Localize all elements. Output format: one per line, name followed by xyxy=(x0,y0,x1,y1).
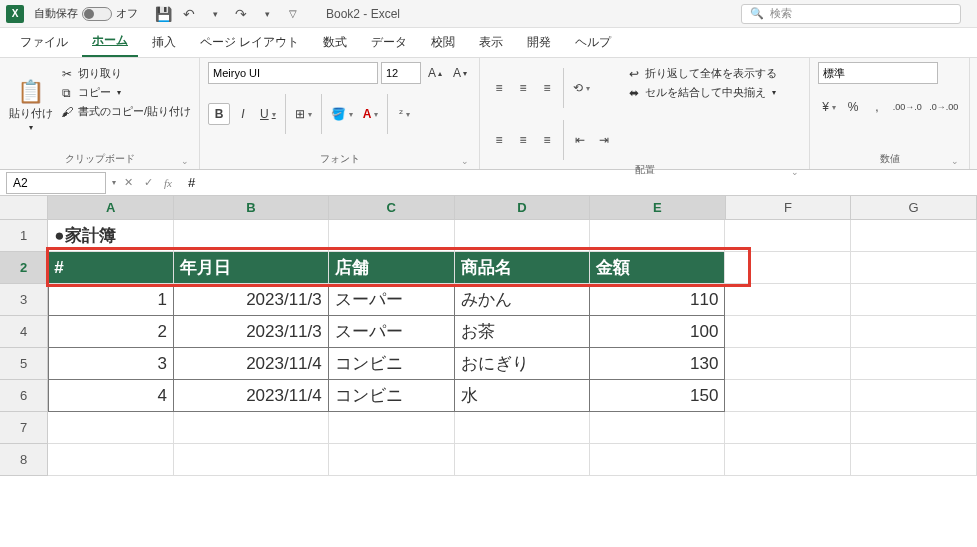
cell-e4[interactable]: 100 xyxy=(590,316,725,348)
cell-c8[interactable] xyxy=(329,444,455,476)
cell-c7[interactable] xyxy=(329,412,455,444)
comma-button[interactable]: , xyxy=(866,96,888,118)
borders-button[interactable]: ⊞▾ xyxy=(291,103,316,125)
col-header-b[interactable]: B xyxy=(174,196,329,220)
bold-button[interactable]: B xyxy=(208,103,230,125)
cell-g8[interactable] xyxy=(851,444,977,476)
align-middle-button[interactable]: ≡ xyxy=(512,77,534,99)
cell-c6[interactable]: コンビニ xyxy=(329,380,455,412)
cell-f4[interactable] xyxy=(725,316,851,348)
align-left-button[interactable]: ≡ xyxy=(488,129,510,151)
select-all-corner[interactable] xyxy=(0,196,48,220)
cell-c2[interactable]: 店舗 xyxy=(329,252,455,284)
increase-decimal-button[interactable]: .00→.0 xyxy=(890,96,925,118)
cell-g7[interactable] xyxy=(851,412,977,444)
cell-b5[interactable]: 2023/11/4 xyxy=(174,348,329,380)
cell-b3[interactable]: 2023/11/3 xyxy=(174,284,329,316)
cell-f8[interactable] xyxy=(725,444,851,476)
cell-c3[interactable]: スーパー xyxy=(329,284,455,316)
decrease-indent-button[interactable]: ⇤ xyxy=(569,129,591,151)
cell-b6[interactable]: 2023/11/4 xyxy=(174,380,329,412)
tab-file[interactable]: ファイル xyxy=(10,28,78,57)
tab-review[interactable]: 校閲 xyxy=(421,28,465,57)
cell-d2[interactable]: 商品名 xyxy=(455,252,590,284)
row-header-4[interactable]: 4 xyxy=(0,316,48,348)
cell-f7[interactable] xyxy=(725,412,851,444)
row-header-2[interactable]: 2 xyxy=(0,252,48,284)
cell-a5[interactable]: 3 xyxy=(48,348,174,380)
percent-button[interactable]: % xyxy=(842,96,864,118)
cell-d1[interactable] xyxy=(455,220,590,252)
font-size-select[interactable] xyxy=(381,62,421,84)
spreadsheet-grid[interactable]: A B C D E F G 1 ●家計簿 2 # 年月日 店舗 商品名 金額 3… xyxy=(0,196,977,476)
cut-button[interactable]: ✂切り取り xyxy=(60,66,191,81)
qat-customize-icon[interactable]: ▽ xyxy=(284,5,302,23)
toggle-off-icon[interactable] xyxy=(82,7,112,21)
font-color-button[interactable]: A▾ xyxy=(359,103,383,125)
redo-icon[interactable]: ↷ xyxy=(232,5,250,23)
cell-a1[interactable]: ●家計簿 xyxy=(48,220,174,252)
align-right-button[interactable]: ≡ xyxy=(536,129,558,151)
cell-e2[interactable]: 金額 xyxy=(590,252,725,284)
cell-f2[interactable] xyxy=(725,252,851,284)
fill-color-button[interactable]: 🪣▾ xyxy=(327,103,357,125)
tab-insert[interactable]: 挿入 xyxy=(142,28,186,57)
cell-g5[interactable] xyxy=(851,348,977,380)
col-header-d[interactable]: D xyxy=(455,196,590,220)
decrease-font-button[interactable]: A▾ xyxy=(449,62,471,84)
row-header-3[interactable]: 3 xyxy=(0,284,48,316)
cell-c5[interactable]: コンビニ xyxy=(329,348,455,380)
col-header-e[interactable]: E xyxy=(590,196,725,220)
decrease-decimal-button[interactable]: .0→.00 xyxy=(927,96,962,118)
cell-g4[interactable] xyxy=(851,316,977,348)
col-header-c[interactable]: C xyxy=(329,196,455,220)
cell-e1[interactable] xyxy=(590,220,725,252)
cell-d6[interactable]: 水 xyxy=(455,380,590,412)
format-painter-button[interactable]: 🖌書式のコピー/貼り付け xyxy=(60,104,191,119)
cell-a7[interactable] xyxy=(48,412,174,444)
number-format-select[interactable] xyxy=(818,62,938,84)
cell-g1[interactable] xyxy=(851,220,977,252)
tab-view[interactable]: 表示 xyxy=(469,28,513,57)
align-center-button[interactable]: ≡ xyxy=(512,129,534,151)
copy-button[interactable]: ⧉コピー▾ xyxy=(60,85,191,100)
name-box[interactable] xyxy=(6,172,106,194)
row-header-7[interactable]: 7 xyxy=(0,412,48,444)
tab-page-layout[interactable]: ページ レイアウト xyxy=(190,28,309,57)
save-icon[interactable]: 💾 xyxy=(154,5,172,23)
cell-b4[interactable]: 2023/11/3 xyxy=(174,316,329,348)
cell-a3[interactable]: 1 xyxy=(48,284,174,316)
cell-e5[interactable]: 130 xyxy=(590,348,725,380)
cell-c4[interactable]: スーパー xyxy=(329,316,455,348)
wrap-text-button[interactable]: ↩折り返して全体を表示する xyxy=(627,66,777,81)
cell-f5[interactable] xyxy=(725,348,851,380)
cell-f1[interactable] xyxy=(725,220,851,252)
cell-a4[interactable]: 2 xyxy=(48,316,174,348)
search-input[interactable]: 🔍 検索 xyxy=(741,4,961,24)
row-header-8[interactable]: 8 xyxy=(0,444,48,476)
italic-button[interactable]: I xyxy=(232,103,254,125)
undo-icon[interactable]: ↶ xyxy=(180,5,198,23)
cell-a6[interactable]: 4 xyxy=(48,380,174,412)
tab-developer[interactable]: 開発 xyxy=(517,28,561,57)
undo-dropdown-icon[interactable]: ▾ xyxy=(206,5,224,23)
cell-f6[interactable] xyxy=(725,380,851,412)
underline-button[interactable]: U▾ xyxy=(256,103,280,125)
cell-d4[interactable]: お茶 xyxy=(455,316,590,348)
row-header-6[interactable]: 6 xyxy=(0,380,48,412)
increase-indent-button[interactable]: ⇥ xyxy=(593,129,615,151)
col-header-g[interactable]: G xyxy=(851,196,977,220)
cell-a8[interactable] xyxy=(48,444,174,476)
cell-g2[interactable] xyxy=(851,252,977,284)
merge-center-button[interactable]: ⬌セルを結合して中央揃え▾ xyxy=(627,85,777,100)
cell-b8[interactable] xyxy=(174,444,329,476)
cell-e8[interactable] xyxy=(590,444,725,476)
cell-d7[interactable] xyxy=(455,412,590,444)
cell-d3[interactable]: みかん xyxy=(455,284,590,316)
paste-button[interactable]: 📋 貼り付け ▾ xyxy=(8,62,54,149)
cell-g3[interactable] xyxy=(851,284,977,316)
cell-a2[interactable]: # xyxy=(48,252,174,284)
phonetic-button[interactable]: ᶻ▾ xyxy=(393,103,415,125)
cell-f3[interactable] xyxy=(725,284,851,316)
tab-home[interactable]: ホーム xyxy=(82,26,138,57)
